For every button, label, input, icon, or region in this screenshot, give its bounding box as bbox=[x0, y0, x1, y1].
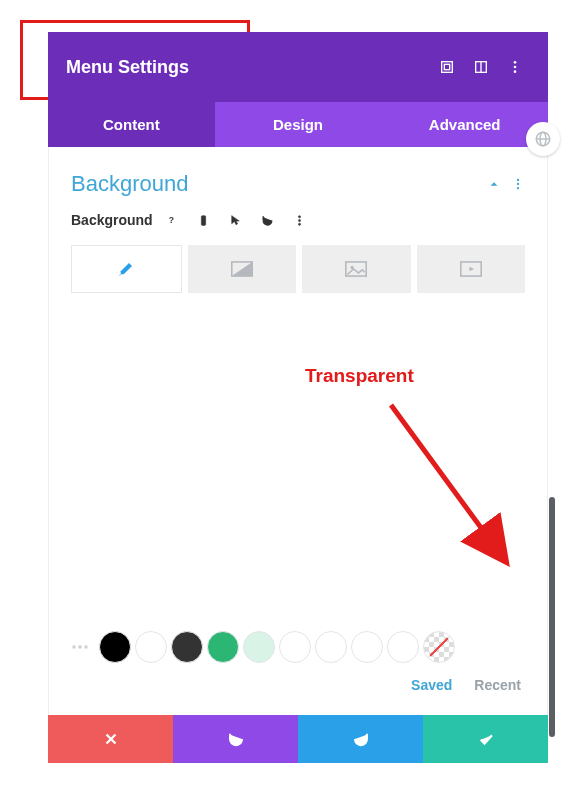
bg-type-image[interactable] bbox=[302, 245, 411, 293]
svg-rect-11 bbox=[202, 215, 206, 225]
tab-content[interactable]: Content bbox=[48, 102, 215, 147]
confirm-button[interactable] bbox=[423, 715, 548, 763]
swatch-color[interactable] bbox=[171, 631, 203, 663]
panel-body: Background Background ? bbox=[48, 147, 548, 715]
bg-type-gradient[interactable] bbox=[188, 245, 297, 293]
globe-icon[interactable] bbox=[526, 122, 560, 156]
collapse-icon[interactable] bbox=[487, 177, 501, 191]
section-title[interactable]: Background bbox=[71, 171, 477, 197]
panel-title: Menu Settings bbox=[66, 57, 428, 78]
cancel-button[interactable] bbox=[48, 715, 173, 763]
svg-point-9 bbox=[517, 187, 519, 189]
undo-button[interactable] bbox=[173, 715, 298, 763]
more-icon[interactable] bbox=[500, 52, 530, 82]
svg-text:?: ? bbox=[169, 215, 174, 225]
bg-type-video[interactable] bbox=[417, 245, 526, 293]
settings-tabs: Content Design Advanced bbox=[48, 102, 548, 147]
bg-type-color[interactable] bbox=[71, 245, 182, 293]
svg-point-14 bbox=[299, 223, 301, 225]
arrow-icon bbox=[361, 395, 531, 585]
swatch-color[interactable] bbox=[207, 631, 239, 663]
palette-tab-recent[interactable]: Recent bbox=[474, 677, 521, 693]
swatch-color[interactable] bbox=[243, 631, 275, 663]
tab-advanced[interactable]: Advanced bbox=[381, 102, 548, 147]
swatch-color[interactable] bbox=[135, 631, 167, 663]
callout-transparent: Transparent bbox=[305, 365, 414, 387]
svg-line-19 bbox=[391, 405, 501, 555]
section-more-icon[interactable] bbox=[511, 177, 525, 191]
expand-icon[interactable] bbox=[432, 52, 462, 82]
color-canvas: Transparent bbox=[71, 303, 525, 623]
swatch-bar bbox=[71, 631, 525, 663]
field-more-icon[interactable] bbox=[287, 207, 313, 233]
svg-point-22 bbox=[84, 645, 87, 648]
columns-icon[interactable] bbox=[466, 52, 496, 82]
svg-point-20 bbox=[72, 645, 75, 648]
svg-point-5 bbox=[514, 66, 517, 69]
menu-settings-panel: Menu Settings Content Design Advanced Ba… bbox=[48, 32, 548, 763]
swatch-color[interactable] bbox=[387, 631, 419, 663]
hover-icon[interactable] bbox=[223, 207, 249, 233]
svg-point-8 bbox=[517, 183, 519, 185]
swatch-color[interactable] bbox=[99, 631, 131, 663]
swatch-color[interactable] bbox=[279, 631, 311, 663]
panel-footer bbox=[48, 715, 548, 763]
palette-tab-saved[interactable]: Saved bbox=[411, 677, 452, 693]
panel-header: Menu Settings bbox=[48, 32, 548, 102]
redo-button[interactable] bbox=[298, 715, 423, 763]
svg-point-6 bbox=[514, 70, 517, 73]
svg-point-7 bbox=[517, 179, 519, 181]
field-label-background: Background bbox=[71, 212, 153, 228]
scrollbar-thumb[interactable] bbox=[549, 497, 555, 737]
svg-rect-0 bbox=[442, 62, 453, 73]
svg-point-12 bbox=[299, 215, 301, 217]
tab-design[interactable]: Design bbox=[215, 102, 382, 147]
swatch-color[interactable] bbox=[315, 631, 347, 663]
svg-point-21 bbox=[78, 645, 81, 648]
swatch-color[interactable] bbox=[351, 631, 383, 663]
responsive-icon[interactable] bbox=[191, 207, 217, 233]
reset-icon[interactable] bbox=[255, 207, 281, 233]
svg-point-13 bbox=[299, 219, 301, 221]
swatch-transparent[interactable] bbox=[423, 631, 455, 663]
svg-rect-1 bbox=[444, 64, 449, 69]
swatch-ellipsis-icon[interactable] bbox=[71, 641, 89, 653]
svg-point-4 bbox=[514, 61, 517, 64]
help-icon[interactable]: ? bbox=[159, 207, 185, 233]
